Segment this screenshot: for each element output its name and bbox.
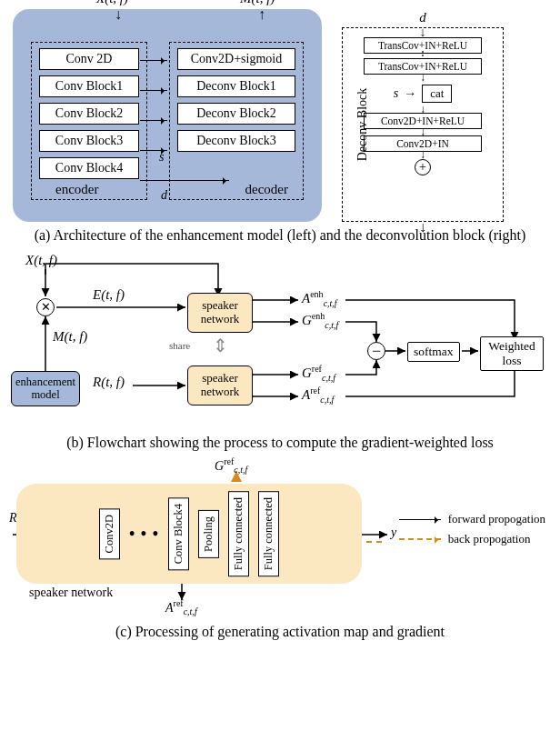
c-block-4: Fully connected <box>258 491 279 576</box>
up-arrow-icon: ↑ <box>258 7 265 22</box>
skip-arrow-icon <box>140 150 167 151</box>
softmax-box: softmax <box>407 342 460 362</box>
part-c-figure: R(t, f) Conv2D • • • Conv Block4 Pooling… <box>9 464 551 618</box>
output-M-label: M(t, f) <box>240 0 275 6</box>
down-arrow-icon: ↓ <box>420 152 425 158</box>
X-label: X(t, f) <box>25 253 57 268</box>
enc-block-4: Conv Block4 <box>39 157 139 179</box>
deconv-d-in: d <box>419 10 426 25</box>
legend-back: back propogation <box>448 533 531 546</box>
speaker-network-bottom: speaker network <box>187 365 253 406</box>
A-enh-label: Aenhc,t,f <box>302 289 337 308</box>
cat-box: cat <box>422 85 452 103</box>
legend: forward propogation back propogation <box>399 513 545 554</box>
minus-icon: − <box>367 342 385 360</box>
deconv-side-label: Deconv Block <box>355 88 370 161</box>
skip-arrow-icon <box>140 120 167 121</box>
G-ref-label: Grefc,t,f <box>302 364 335 383</box>
dots-icon: • • • <box>129 525 159 544</box>
caption-c: (c) Processing of generating activation … <box>9 624 551 640</box>
dec-block-2: Deconv Block2 <box>177 103 295 125</box>
dec-block-3: Deconv Block3 <box>177 130 295 152</box>
c-block-1: Conv Block4 <box>168 497 189 570</box>
speaker-network-panel: Conv2D • • • Conv Block4 Pooling Fully c… <box>16 484 362 584</box>
R-label: R(t, f) <box>93 375 125 390</box>
enc-block-1: Conv Block1 <box>39 75 139 97</box>
skip-d-arrow-icon <box>140 180 229 181</box>
legend-forward: forward propogation <box>448 513 545 526</box>
caption-b: (b) Flowchart showing the process to com… <box>9 435 551 451</box>
down-arrow-icon: ↓ <box>419 219 426 235</box>
deconv-detail-wrapper: Deconv Block d ↓ TransCov+IN+ReLU ⋮ Tran… <box>342 27 504 222</box>
speaker-network-top: speaker network <box>187 293 253 333</box>
down-arrow-icon: ↓ <box>420 129 425 135</box>
c-block-3: Fully connected <box>228 491 249 576</box>
part-a-figure: X(t, f) M(t, f) ↓ ↑ Conv 2D Conv Block1 … <box>9 9 551 222</box>
down-arrow-icon: ↓ <box>420 25 426 40</box>
caption-a: (a) Architecture of the enhancement mode… <box>9 227 551 244</box>
encoder-stack: Conv 2D Conv Block1 Conv Block2 Conv Blo… <box>31 42 147 200</box>
input-X-label: X(t, f) <box>96 0 128 6</box>
wires-b <box>9 258 551 429</box>
enc-block-0: Conv 2D <box>39 48 139 70</box>
share-updown-icon: ⇕ <box>213 335 228 356</box>
encoder-label: encoder <box>55 182 98 197</box>
decoder-stack: Conv2D+sigmoid Deconv Block1 Deconv Bloc… <box>169 42 304 200</box>
skip-arrow-icon <box>140 60 167 61</box>
down-arrow-icon: ↓ <box>420 75 425 81</box>
decoder-label: decoder <box>245 182 288 197</box>
enc-block-2: Conv Block2 <box>39 103 139 125</box>
back-arrow-icon <box>399 538 441 540</box>
M-label: M(t, f) <box>53 329 87 345</box>
deconv-s-in: s <box>394 86 398 101</box>
A-ref-c: Arefc,t,f <box>165 598 197 616</box>
dec-block-1: Deconv Block1 <box>177 75 295 97</box>
forward-arrow-icon <box>399 519 441 520</box>
A-ref-label: Arefc,t,f <box>302 386 334 405</box>
dec-block-0: Conv2D+sigmoid <box>177 48 295 70</box>
y-label: y <box>391 526 396 540</box>
c-block-0: Conv2D <box>99 508 120 559</box>
enc-block-3: Conv Block3 <box>39 130 139 152</box>
deconv-block-panel: Deconv Block d ↓ TransCov+IN+ReLU ⋮ Tran… <box>342 27 504 222</box>
c-block-2: Pooling <box>198 510 219 558</box>
enhancement-panel: X(t, f) M(t, f) ↓ ↑ Conv 2D Conv Block1 … <box>13 9 322 222</box>
weighted-loss-box: Weighted loss <box>480 336 544 371</box>
speaker-network-label: speaker network <box>29 586 113 600</box>
enhancement-model-box: enhancement model <box>11 371 80 406</box>
part-b-figure: X(t, f) ✕ M(t, f) E(t, f) enhancement mo… <box>9 258 551 429</box>
G-ref-c: Grefc,t,f <box>215 456 247 475</box>
down-arrow-icon: ↓ <box>115 7 122 22</box>
E-label: E(t, f) <box>93 287 125 303</box>
multiply-icon: ✕ <box>36 298 55 316</box>
share-label: share <box>169 340 190 351</box>
G-enh-label: Genhc,t,f <box>302 311 338 330</box>
down-arrow-icon: ↓ <box>420 106 425 113</box>
plus-icon: + <box>415 159 431 175</box>
skip-arrow-icon <box>140 90 167 91</box>
skip-d-label: d <box>161 188 167 203</box>
right-arrow-icon: → <box>404 86 416 101</box>
